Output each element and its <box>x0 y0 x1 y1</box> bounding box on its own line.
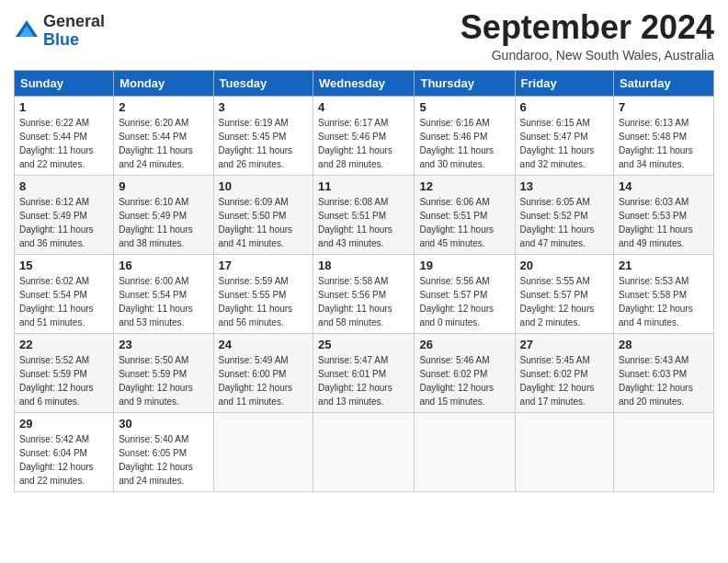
location-subtitle: Gundaroo, New South Wales, Australia <box>461 48 714 63</box>
day-cell: 8Sunrise: 6:12 AM Sunset: 5:49 PM Daylig… <box>15 175 114 254</box>
day-number: 23 <box>119 338 208 351</box>
day-number: 24 <box>219 338 309 351</box>
day-cell: 17Sunrise: 5:59 AM Sunset: 5:55 PM Dayli… <box>213 254 313 333</box>
day-cell: 10Sunrise: 6:09 AM Sunset: 5:50 PM Dayli… <box>213 175 313 254</box>
day-cell: 24Sunrise: 5:49 AM Sunset: 6:00 PM Dayli… <box>213 333 313 412</box>
day-cell: 3Sunrise: 6:19 AM Sunset: 5:45 PM Daylig… <box>213 96 313 175</box>
day-info: Sunrise: 6:19 AM Sunset: 5:45 PM Dayligh… <box>219 116 309 171</box>
day-cell: 13Sunrise: 6:05 AM Sunset: 5:52 PM Dayli… <box>515 175 613 254</box>
logo-blue: Blue <box>43 30 79 49</box>
day-number: 19 <box>419 259 509 272</box>
day-cell: 28Sunrise: 5:43 AM Sunset: 6:03 PM Dayli… <box>614 333 714 412</box>
logo-icon <box>14 18 40 44</box>
day-info: Sunrise: 6:17 AM Sunset: 5:46 PM Dayligh… <box>318 116 409 171</box>
day-info: Sunrise: 5:49 AM Sunset: 6:00 PM Dayligh… <box>219 353 309 408</box>
day-info: Sunrise: 5:50 AM Sunset: 5:59 PM Dayligh… <box>119 353 208 408</box>
day-info: Sunrise: 6:00 AM Sunset: 5:54 PM Dayligh… <box>119 274 208 329</box>
day-cell: 12Sunrise: 6:06 AM Sunset: 5:51 PM Dayli… <box>415 175 515 254</box>
day-cell <box>515 412 613 491</box>
day-cell: 25Sunrise: 5:47 AM Sunset: 6:01 PM Dayli… <box>313 333 415 412</box>
day-number: 10 <box>219 179 309 193</box>
day-number: 30 <box>119 417 208 431</box>
day-info: Sunrise: 6:02 AM Sunset: 5:54 PM Dayligh… <box>19 274 108 329</box>
day-number: 1 <box>19 100 108 114</box>
week-row-2: 8Sunrise: 6:12 AM Sunset: 5:49 PM Daylig… <box>15 175 714 254</box>
day-cell: 6Sunrise: 6:15 AM Sunset: 5:47 PM Daylig… <box>515 96 613 175</box>
col-header-tuesday: Tuesday <box>213 70 313 96</box>
day-info: Sunrise: 6:20 AM Sunset: 5:44 PM Dayligh… <box>119 116 208 171</box>
day-number: 21 <box>619 259 709 272</box>
day-info: Sunrise: 5:45 AM Sunset: 6:02 PM Dayligh… <box>520 353 609 408</box>
day-cell: 15Sunrise: 6:02 AM Sunset: 5:54 PM Dayli… <box>15 254 114 333</box>
calendar-table: SundayMondayTuesdayWednesdayThursdayFrid… <box>14 70 714 492</box>
day-info: Sunrise: 5:52 AM Sunset: 5:59 PM Dayligh… <box>19 353 108 408</box>
day-cell: 19Sunrise: 5:56 AM Sunset: 5:57 PM Dayli… <box>415 254 515 333</box>
col-header-thursday: Thursday <box>415 70 515 96</box>
day-number: 14 <box>619 179 709 193</box>
header-row: SundayMondayTuesdayWednesdayThursdayFrid… <box>15 70 714 96</box>
col-header-monday: Monday <box>114 70 213 96</box>
day-cell <box>614 412 714 491</box>
day-cell: 1Sunrise: 6:22 AM Sunset: 5:44 PM Daylig… <box>15 96 114 175</box>
col-header-sunday: Sunday <box>15 70 114 96</box>
day-info: Sunrise: 5:43 AM Sunset: 6:03 PM Dayligh… <box>619 353 709 408</box>
day-info: Sunrise: 5:58 AM Sunset: 5:56 PM Dayligh… <box>318 274 409 329</box>
day-number: 11 <box>318 179 409 193</box>
week-row-4: 22Sunrise: 5:52 AM Sunset: 5:59 PM Dayli… <box>15 333 714 412</box>
day-number: 7 <box>619 100 709 114</box>
day-info: Sunrise: 5:55 AM Sunset: 5:57 PM Dayligh… <box>520 274 609 329</box>
day-cell: 5Sunrise: 6:16 AM Sunset: 5:46 PM Daylig… <box>415 96 515 175</box>
day-info: Sunrise: 6:16 AM Sunset: 5:46 PM Dayligh… <box>419 116 509 171</box>
day-number: 20 <box>520 259 609 272</box>
day-info: Sunrise: 5:47 AM Sunset: 6:01 PM Dayligh… <box>318 353 409 408</box>
page: General Blue September 2024 Gundaroo, Ne… <box>0 0 728 506</box>
week-row-3: 15Sunrise: 6:02 AM Sunset: 5:54 PM Dayli… <box>15 254 714 333</box>
day-number: 15 <box>19 259 108 272</box>
day-number: 12 <box>419 179 509 193</box>
day-number: 27 <box>520 338 609 351</box>
day-number: 3 <box>219 100 309 114</box>
title-block: September 2024 Gundaroo, New South Wales… <box>461 9 714 63</box>
day-number: 13 <box>520 179 609 193</box>
day-number: 22 <box>19 338 108 351</box>
day-number: 28 <box>619 338 709 351</box>
day-info: Sunrise: 6:15 AM Sunset: 5:47 PM Dayligh… <box>520 116 609 171</box>
day-cell: 11Sunrise: 6:08 AM Sunset: 5:51 PM Dayli… <box>313 175 415 254</box>
day-number: 8 <box>19 179 108 193</box>
day-cell: 2Sunrise: 6:20 AM Sunset: 5:44 PM Daylig… <box>114 96 213 175</box>
day-number: 9 <box>119 179 208 193</box>
day-cell: 16Sunrise: 6:00 AM Sunset: 5:54 PM Dayli… <box>114 254 213 333</box>
day-cell <box>313 412 415 491</box>
day-info: Sunrise: 6:08 AM Sunset: 5:51 PM Dayligh… <box>318 195 409 250</box>
day-info: Sunrise: 6:09 AM Sunset: 5:50 PM Dayligh… <box>219 195 309 250</box>
day-info: Sunrise: 6:22 AM Sunset: 5:44 PM Dayligh… <box>19 116 108 171</box>
day-cell: 4Sunrise: 6:17 AM Sunset: 5:46 PM Daylig… <box>313 96 415 175</box>
day-number: 4 <box>318 100 409 114</box>
day-number: 6 <box>520 100 609 114</box>
month-title: September 2024 <box>461 9 714 46</box>
logo: General Blue <box>14 9 105 50</box>
day-cell: 26Sunrise: 5:46 AM Sunset: 6:02 PM Dayli… <box>415 333 515 412</box>
day-info: Sunrise: 6:12 AM Sunset: 5:49 PM Dayligh… <box>19 195 108 250</box>
day-cell <box>415 412 515 491</box>
day-info: Sunrise: 5:46 AM Sunset: 6:02 PM Dayligh… <box>419 353 509 408</box>
day-cell: 9Sunrise: 6:10 AM Sunset: 5:49 PM Daylig… <box>114 175 213 254</box>
day-info: Sunrise: 5:40 AM Sunset: 6:05 PM Dayligh… <box>119 432 208 488</box>
logo-text: General Blue <box>43 13 105 50</box>
header: General Blue September 2024 Gundaroo, Ne… <box>14 9 714 63</box>
day-cell: 18Sunrise: 5:58 AM Sunset: 5:56 PM Dayli… <box>313 254 415 333</box>
day-cell: 20Sunrise: 5:55 AM Sunset: 5:57 PM Dayli… <box>515 254 613 333</box>
day-cell: 7Sunrise: 6:13 AM Sunset: 5:48 PM Daylig… <box>614 96 714 175</box>
day-number: 18 <box>318 259 409 272</box>
day-cell: 27Sunrise: 5:45 AM Sunset: 6:02 PM Dayli… <box>515 333 613 412</box>
day-number: 5 <box>419 100 509 114</box>
day-info: Sunrise: 6:10 AM Sunset: 5:49 PM Dayligh… <box>119 195 208 250</box>
day-number: 29 <box>19 417 108 431</box>
week-row-5: 29Sunrise: 5:42 AM Sunset: 6:04 PM Dayli… <box>15 412 714 491</box>
day-number: 17 <box>219 259 309 272</box>
day-number: 25 <box>318 338 409 351</box>
day-cell: 22Sunrise: 5:52 AM Sunset: 5:59 PM Dayli… <box>15 333 114 412</box>
col-header-wednesday: Wednesday <box>313 70 415 96</box>
col-header-friday: Friday <box>515 70 613 96</box>
day-cell: 14Sunrise: 6:03 AM Sunset: 5:53 PM Dayli… <box>614 175 714 254</box>
